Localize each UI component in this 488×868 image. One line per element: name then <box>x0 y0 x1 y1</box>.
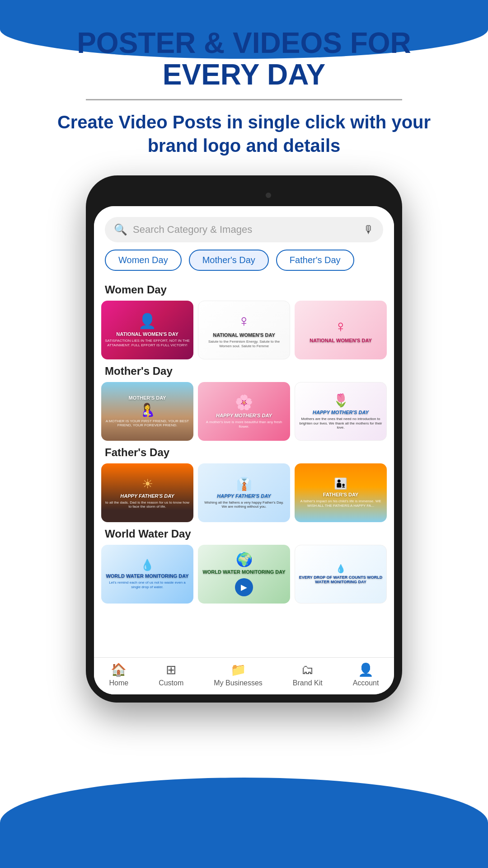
fathers-day-card-1[interactable]: ☀ Happy Father's Day to all the dads. Da… <box>101 463 193 522</box>
fathers-day-card-2[interactable]: 👔 Happy Father's Day Wishing all the fat… <box>198 463 290 522</box>
nav-my-businesses[interactable]: 📁 My Businesses <box>214 662 263 687</box>
phone-screen: 🔍 Search Category & Images 🎙 Women Day M… <box>94 206 394 694</box>
phone-notch-bar <box>94 189 394 202</box>
world-water-day-card-1[interactable]: 💧 WORLD WATER MONITORING DAY Let's remin… <box>101 545 193 604</box>
wwd-card1-sub: Let's remind each one of us not to waste… <box>105 580 190 589</box>
wwd-card3-title: Every drop of water counts WORLD WATER M… <box>299 576 383 585</box>
mothers-day-card-2[interactable]: 🌸 Happy Mother's Day A mother's love is … <box>198 382 290 441</box>
scroll-content: Women Day 👤 NATIONAL WOMEN'S DAY SATISFA… <box>94 278 394 657</box>
women-day-grid: 👤 NATIONAL WOMEN'S DAY SATISFACTION LIES… <box>101 301 387 359</box>
section-title-world-water-day: World Water Day <box>105 528 383 540</box>
phone-frame: 🔍 Search Category & Images 🎙 Women Day M… <box>86 175 402 703</box>
section-title-fathers-day: Father's Day <box>105 446 383 459</box>
nav-custom[interactable]: ⊞ Custom <box>159 662 183 687</box>
mothers-day-grid: MOTHER'S DAY 🤱 A MOTHER IS YOUR FIRST FR… <box>101 382 387 441</box>
wd-card3-title: National Women's Day <box>310 338 371 343</box>
fd-card3-sub: A father's impact on his child's life is… <box>298 499 383 508</box>
pill-mothers-day[interactable]: Mother's Day <box>189 250 269 271</box>
fd-card2-title: Happy Father's Day <box>217 493 271 499</box>
women-day-card-1[interactable]: 👤 NATIONAL WOMEN'S DAY SATISFACTION LIES… <box>101 301 193 359</box>
category-pills: Women Day Mother's Day Father's Day <box>94 250 394 278</box>
fathers-day-grid: ☀ Happy Father's Day to all the dads. Da… <box>101 463 387 522</box>
page-subtitle: Create Video Posts in single click with … <box>0 110 488 157</box>
search-input[interactable]: Search Category & Images <box>133 224 358 236</box>
fd-card1-title: Happy Father's Day <box>120 493 174 499</box>
my-businesses-icon: 📁 <box>230 662 246 677</box>
front-camera <box>266 193 271 198</box>
pill-women-day[interactable]: Women Day <box>105 250 182 271</box>
md-card2-title: Happy Mother's Day <box>216 413 272 418</box>
nav-brand-kit-label: Brand Kit <box>293 679 323 687</box>
mothers-day-card-3[interactable]: 🌷 HAPPY Mother's Day Mothers are the one… <box>295 382 387 441</box>
wd-card1-sub: SATISFACTION LIES IN THE EFFORT, NOT IN … <box>105 339 190 347</box>
fd-card1-sub: to all the dads. Dad is the reason for u… <box>105 500 190 509</box>
fd-card3-title: Father's Day <box>323 492 358 497</box>
md-card1-sub: A MOTHER IS YOUR FIRST FRIEND, YOUR BEST… <box>105 419 190 428</box>
world-water-day-grid: 💧 WORLD WATER MONITORING DAY Let's remin… <box>101 545 387 604</box>
nav-custom-label: Custom <box>159 679 183 687</box>
nav-my-businesses-label: My Businesses <box>214 679 263 687</box>
wwd-card1-title: WORLD WATER MONITORING DAY <box>106 573 188 579</box>
bottom-navigation: 🏠 Home ⊞ Custom 📁 My Businesses 🗂 Brand … <box>94 657 394 694</box>
custom-icon: ⊞ <box>166 662 176 677</box>
wd-card2-title: National Women's Day <box>213 332 275 338</box>
women-day-card-3[interactable]: ♀ National Women's Day <box>295 301 387 359</box>
page-headline: POSTER & VIDEOS FOR EVERY DAY <box>0 27 488 91</box>
md-card1-title: MOTHER'S DAY <box>129 395 166 401</box>
md-card2-sub: A mother's love is more beautiful than a… <box>202 420 286 429</box>
fathers-day-card-3[interactable]: 👨‍👦 Father's Day A father's impact on hi… <box>295 463 387 522</box>
nav-brand-kit[interactable]: 🗂 Brand Kit <box>293 662 323 687</box>
mothers-day-card-1[interactable]: MOTHER'S DAY 🤱 A MOTHER IS YOUR FIRST FR… <box>101 382 193 441</box>
world-water-day-card-3[interactable]: 💧 Every drop of water counts WORLD WATER… <box>295 545 387 604</box>
wd-card1-title: NATIONAL WOMEN'S DAY <box>116 331 178 337</box>
nav-account-label: Account <box>353 679 379 687</box>
nav-home-label: Home <box>109 679 128 687</box>
microphone-icon[interactable]: 🎙 <box>363 223 374 236</box>
nav-account[interactable]: 👤 Account <box>353 662 379 687</box>
brand-kit-icon: 🗂 <box>301 662 314 677</box>
fd-card2-sub: Wishing all the fathers a very happy Fat… <box>202 500 286 509</box>
world-water-day-card-2[interactable]: 🌍 World Water Monitoring Day ▶ <box>198 545 290 604</box>
wwd-card2-title: World Water Monitoring Day <box>202 569 285 575</box>
nav-home[interactable]: 🏠 Home <box>109 662 128 687</box>
headline-divider <box>86 99 402 100</box>
pill-fathers-day[interactable]: Father's Day <box>276 250 354 271</box>
md-card3-sub: Mothers are the ones that need no introd… <box>299 417 383 430</box>
md-card3-title: HAPPY Mother's Day <box>313 410 369 415</box>
phone-notch <box>199 189 289 202</box>
section-title-women-day: Women Day <box>105 283 383 296</box>
women-day-card-2[interactable]: ♀ National Women's Day Salute to the Fem… <box>198 301 290 359</box>
search-icon: 🔍 <box>114 223 127 236</box>
account-icon: 👤 <box>358 662 374 677</box>
screen-inner: 🔍 Search Category & Images 🎙 Women Day M… <box>94 206 394 694</box>
section-title-mothers-day: Mother's Day <box>105 365 383 377</box>
search-bar[interactable]: 🔍 Search Category & Images 🎙 <box>105 217 383 242</box>
wd-card2-sub: Salute to the Feminism Energy. Salute to… <box>202 340 286 348</box>
home-icon: 🏠 <box>111 662 127 677</box>
